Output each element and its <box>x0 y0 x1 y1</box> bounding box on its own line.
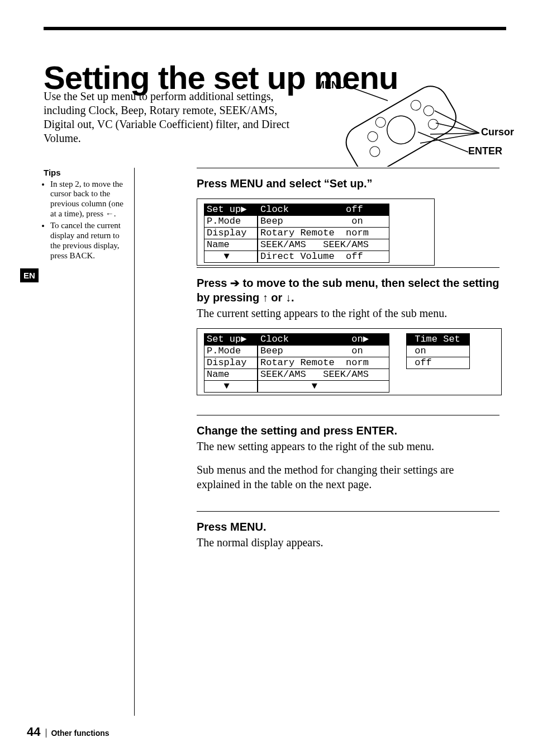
language-tab: EN <box>20 268 39 282</box>
tips-heading: Tips <box>44 168 131 178</box>
step-paragraph: The normal display appears. <box>197 535 499 550</box>
remote-label-menu: MENU <box>316 79 346 91</box>
display-cell: ▼ <box>204 380 258 393</box>
display-cell: Set up▶ <box>204 333 258 346</box>
display-screen-2: Set up▶Clock on▶ Time SetP.ModeBeep on o… <box>197 328 502 395</box>
step-3: Change the setting and press ENTER. The … <box>197 415 499 492</box>
display-cell: Name <box>204 368 258 381</box>
arrow-right-icon: ➔ <box>230 277 240 289</box>
rule <box>197 267 499 268</box>
step-paragraph: Sub menus and the method for changing th… <box>197 462 499 492</box>
remote-label-enter: ENTER <box>468 145 502 157</box>
text: Press <box>197 277 230 289</box>
step-paragraph: The new setting appears to the right of … <box>197 439 499 453</box>
text: or <box>268 291 285 304</box>
text: . <box>291 291 294 304</box>
display-cell: Rotary Remote norm <box>258 227 389 239</box>
rule <box>197 415 499 415</box>
step-4: Press MENU. The normal display appears. <box>197 511 499 550</box>
svg-line-8 <box>348 86 388 101</box>
display-cell: SEEK/AMS SEEK/AMS <box>258 239 389 251</box>
arrow-up-icon: ↑ <box>263 291 268 304</box>
section-name: Other functions <box>46 729 109 738</box>
display-cell: Rotary Remote norm <box>258 357 389 369</box>
display-cell: Display <box>204 227 258 239</box>
vertical-rule <box>134 168 135 716</box>
step-heading: Change the setting and press ENTER. <box>197 423 499 438</box>
remote-illustration: MENU Cursor ENTER <box>306 77 507 167</box>
arrow-down-icon: ↓ <box>285 291 291 304</box>
display-cell: Display <box>204 357 258 369</box>
display-cell: Clock on▶ <box>258 333 389 346</box>
display-cell: Name <box>204 239 258 251</box>
display-cell: SEEK/AMS SEEK/AMS <box>258 368 389 381</box>
display-cell: Set up▶ <box>204 204 258 216</box>
step-heading: Press MENU. <box>197 519 499 534</box>
display-screen-1: Set up▶Clock offP.ModeBeep onDisplayRota… <box>197 199 435 266</box>
step-2: Press ➔ to move to the sub menu, then se… <box>197 267 499 395</box>
display-cell: off <box>406 357 470 369</box>
top-rule <box>44 27 506 30</box>
display-cell: ▼ <box>204 251 258 263</box>
rule <box>197 168 499 168</box>
step-1: Press MENU and select “Set up.” Set up▶C… <box>197 168 499 266</box>
display-cell: on <box>406 345 470 357</box>
display-cell: P.Mode <box>204 215 258 228</box>
display-cell: Time Set <box>406 333 470 346</box>
display-cell: Beep on <box>258 215 389 228</box>
display-cell: Direct Volume off <box>258 251 389 263</box>
display-cell: P.Mode <box>204 345 258 357</box>
display-cell: Beep on <box>258 345 389 357</box>
rule <box>197 511 499 512</box>
tip-item: To cancel the current display and return… <box>50 221 131 261</box>
tip-item: In step 2, to move the cursor back to th… <box>50 179 131 219</box>
display-cell: Clock off <box>258 204 389 216</box>
page-number: 44 <box>27 725 40 739</box>
intro-paragraph: Use the Set up menu to perform additiona… <box>44 89 301 145</box>
remote-label-cursor: Cursor <box>481 126 514 138</box>
text: to move to the sub menu, then select the… <box>197 277 499 304</box>
step-paragraph: The current setting appears to the right… <box>197 306 499 320</box>
page-footer: 44 Other functions <box>27 725 110 739</box>
step-heading: Press ➔ to move to the sub menu, then se… <box>197 276 499 305</box>
tips-block: Tips In step 2, to move the cursor back … <box>44 168 131 263</box>
step-heading: Press MENU and select “Set up.” <box>197 176 499 191</box>
display-cell: ▼ <box>258 380 389 393</box>
